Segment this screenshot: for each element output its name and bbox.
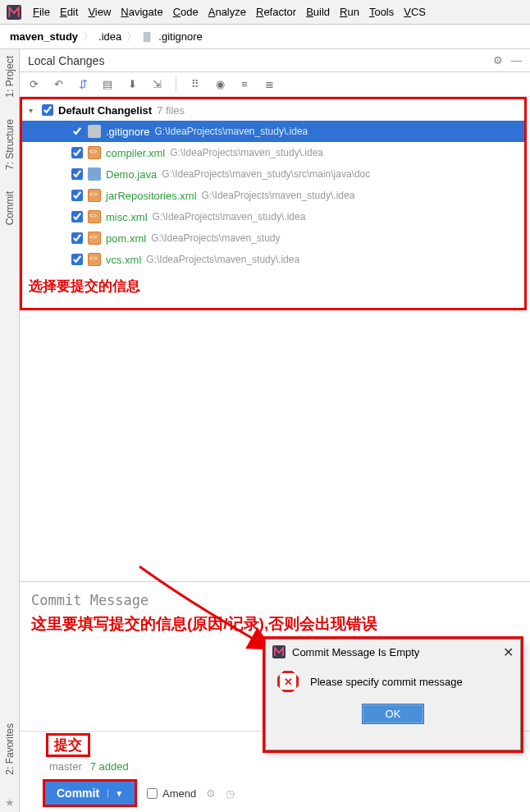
file-type-icon	[88, 167, 101, 181]
minimize-icon[interactable]: —	[511, 54, 522, 67]
gear-icon[interactable]: ⚙	[493, 54, 503, 67]
file-path: G:\IdeaProjects\maven_study\src\main\jav…	[162, 168, 370, 180]
added-count: 7 added	[90, 760, 129, 773]
file-row[interactable]: misc.xmlG:\IdeaProjects\maven_study\.ide…	[22, 206, 524, 227]
changelist-checkbox[interactable]	[42, 104, 53, 116]
diff-icon[interactable]: ⇵	[75, 77, 90, 92]
tab-commit[interactable]: Commit	[2, 188, 17, 228]
close-icon[interactable]: ✕	[503, 645, 514, 660]
shelve-icon[interactable]: ⬇	[125, 77, 139, 92]
group-icon[interactable]: ⠿	[188, 77, 203, 92]
dialog-message: Please specify commit message	[310, 676, 463, 688]
file-type-icon	[88, 232, 101, 245]
annotation-submit: 提交	[46, 733, 90, 757]
history-icon[interactable]: ◷	[226, 787, 235, 800]
menu-vcs[interactable]: VCS	[399, 4, 431, 20]
file-type-icon	[88, 210, 101, 223]
menu-navigate[interactable]: Navigate	[116, 4, 167, 20]
file-name: pom.xml	[106, 232, 146, 245]
file-row[interactable]: pom.xmlG:\IdeaProjects\maven_study	[22, 227, 524, 249]
gear-icon[interactable]: ⚙	[206, 787, 216, 800]
file-name: compiler.xml	[106, 147, 165, 159]
preview-icon[interactable]: ◉	[212, 77, 227, 92]
file-checkbox[interactable]	[71, 190, 83, 201]
refresh-icon[interactable]: ⟳	[26, 77, 41, 92]
menu-bar: FileEditViewNavigateCodeAnalyzeRefactorB…	[0, 0, 530, 25]
file-path: G:\IdeaProjects\maven_study\.idea	[170, 147, 323, 158]
dialog-title: Commit Message Is Empty	[292, 646, 419, 658]
file-row[interactable]: Demo.javaG:\IdeaProjects\maven_study\src…	[22, 163, 524, 185]
menu-view[interactable]: View	[83, 4, 116, 20]
file-path: G:\IdeaProjects\maven_study\.idea	[202, 190, 355, 201]
breadcrumb-leaf[interactable]: .gitignore	[158, 30, 202, 43]
file-checkbox[interactable]	[71, 147, 83, 158]
breadcrumb-mid[interactable]: .idea	[98, 30, 121, 43]
menu-build[interactable]: Build	[301, 4, 335, 20]
file-checkbox[interactable]	[71, 126, 83, 137]
file-icon	[142, 31, 153, 43]
file-row[interactable]: compiler.xmlG:\IdeaProjects\maven_study\…	[22, 142, 524, 163]
menu-code[interactable]: Code	[168, 4, 203, 20]
amend-checkbox[interactable]: Amend	[147, 787, 196, 800]
menu-run[interactable]: Run	[335, 4, 364, 20]
tab-favorites[interactable]: 2: Favorites	[2, 720, 17, 778]
app-logo-icon	[7, 5, 21, 20]
menu-refactor[interactable]: Refactor	[251, 4, 301, 20]
file-name: .gitignore	[106, 126, 149, 138]
file-path: G:\IdeaProjects\maven_study\.idea	[154, 126, 308, 137]
changelist-icon[interactable]: ▤	[100, 77, 115, 92]
changelist-count: 7 files	[157, 104, 185, 117]
file-type-icon	[88, 146, 101, 159]
file-checkbox[interactable]	[71, 232, 83, 244]
star-icon: ★	[2, 793, 18, 812]
panel-title: Local Changes	[28, 54, 104, 67]
expand-icon[interactable]: ≡	[237, 77, 252, 92]
file-name: vcs.xml	[106, 254, 141, 266]
tab-structure[interactable]: 7: Structure	[2, 116, 17, 173]
chevron-down-icon[interactable]: ▼	[107, 789, 123, 798]
svg-rect-1	[144, 31, 151, 41]
menu-tools[interactable]: Tools	[364, 4, 399, 20]
collapse-icon[interactable]: ≣	[262, 77, 276, 92]
breadcrumb-root[interactable]: maven_study	[10, 30, 78, 43]
menu-edit[interactable]: Edit	[55, 4, 83, 20]
file-checkbox[interactable]	[71, 211, 83, 222]
file-path: G:\IdeaProjects\maven_study\.idea	[146, 254, 299, 265]
menu-file[interactable]: File	[28, 4, 55, 20]
app-logo-icon	[272, 645, 286, 658]
changelist-name: Default Changelist	[58, 104, 152, 117]
ok-button[interactable]: OK	[362, 704, 425, 724]
file-name: Demo.java	[106, 168, 157, 181]
changelist-tree: ▾ Default Changelist 7 files .gitignoreG…	[20, 97, 527, 310]
file-checkbox[interactable]	[71, 168, 83, 180]
commit-button[interactable]: Commit▼	[45, 782, 135, 805]
error-icon: ✕	[277, 671, 299, 692]
branch-name: master	[49, 760, 82, 773]
file-row[interactable]: .gitignoreG:\IdeaProjects\maven_study\.i…	[22, 121, 524, 142]
file-row[interactable]: jarRepositories.xmlG:\IdeaProjects\maven…	[22, 185, 524, 206]
commit-message-label: Commit Message	[20, 581, 530, 612]
file-name: jarRepositories.xml	[106, 190, 197, 202]
rollback-icon[interactable]: ↶	[51, 77, 66, 92]
file-type-icon	[88, 125, 101, 138]
file-type-icon	[88, 253, 101, 266]
file-type-icon	[88, 189, 101, 202]
error-dialog: Commit Message Is Empty ✕ ✕ Please speci…	[265, 639, 521, 750]
file-row[interactable]: vcs.xmlG:\IdeaProjects\maven_study\.idea	[22, 249, 524, 270]
chevron-right-icon: 〉	[83, 30, 94, 44]
annotation-select-files: 选择要提交的信息	[22, 270, 524, 296]
file-path: G:\IdeaProjects\maven_study	[151, 232, 280, 244]
changes-toolbar: ⟳ ↶ ⇵ ▤ ⬇ ⇲ ⠿ ◉ ≡ ≣	[20, 72, 530, 97]
file-path: G:\IdeaProjects\maven_study\.idea	[153, 211, 306, 222]
unshelve-icon[interactable]: ⇲	[149, 77, 164, 92]
file-checkbox[interactable]	[71, 254, 83, 265]
left-sidebar: 1: Project 7: Structure Commit 2: Favori…	[0, 49, 20, 812]
file-name: misc.xml	[106, 211, 148, 223]
changelist-header[interactable]: ▾ Default Changelist 7 files	[22, 99, 524, 121]
annotation-commit-msg: 这里要填写提交的信息(原因/记录),否则会出现错误	[20, 612, 530, 636]
tab-project[interactable]: 1: Project	[2, 53, 17, 101]
breadcrumb: maven_study 〉 .idea 〉 .gitignore	[0, 25, 530, 49]
chevron-right-icon: 〉	[126, 30, 137, 44]
menu-analyze[interactable]: Analyze	[203, 4, 251, 20]
chevron-down-icon[interactable]: ▾	[29, 106, 37, 115]
